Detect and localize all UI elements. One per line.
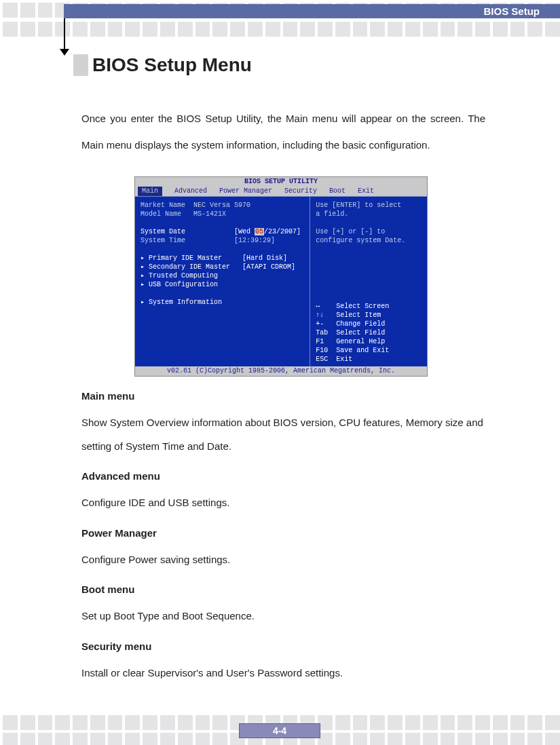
- bios-time-label: System Time: [141, 237, 185, 244]
- bios-nav-0: ↔ Select Screen: [316, 302, 423, 311]
- bios-tab-bar: Main Advanced Power Manager Security Boo…: [135, 187, 427, 196]
- bios-date-pre: [Wed: [234, 228, 255, 235]
- bios-left-pane: Market Name NEC Versa S970 Model Name MS…: [135, 197, 310, 366]
- bios-item-1-label: Secondary IDE Master: [149, 263, 230, 271]
- bios-sysinfo: System Information: [149, 299, 222, 306]
- bios-tab-power: Power Manager: [219, 187, 272, 196]
- bios-help1: Use [ENTER] to select: [316, 201, 422, 210]
- bios-model-label: Model Name: [141, 210, 181, 218]
- bios-tab-exit: Exit: [358, 187, 374, 196]
- section-1-desc: Configure IDE and USB settings.: [81, 491, 485, 515]
- menu-sections: Main menu Show System Overview informati…: [81, 390, 485, 685]
- bios-item-0-value: [Hard Disk]: [242, 254, 287, 262]
- bios-market-value: NEC Versa S970: [193, 202, 250, 209]
- page-heading: BIOS Setup Menu: [92, 54, 252, 76]
- bios-model-value: MS-1421X: [193, 210, 226, 218]
- bios-body: Market Name NEC Versa S970 Model Name MS…: [135, 196, 427, 366]
- bios-tab-advanced: Advanced: [174, 187, 207, 196]
- bios-date-label: System Date: [141, 228, 185, 235]
- section-0-title: Main menu: [81, 390, 485, 402]
- bios-item-0-label: Primary IDE Master: [149, 254, 222, 262]
- bios-nav-help: ↔ Select Screen ↑↓ Select Item +- Change…: [316, 302, 423, 364]
- bios-item-3-label: USB Configuration: [149, 281, 218, 288]
- bios-nav-2: +- Change Field: [316, 320, 423, 328]
- section-4-title: Security menu: [81, 641, 485, 652]
- heading-block: BIOS Setup Menu: [73, 54, 252, 76]
- bios-nav-4: F1 General Help: [316, 337, 423, 346]
- page-number-badge: 4-4: [239, 723, 320, 738]
- header-title: BIOS Setup: [483, 5, 540, 17]
- arrow-down-icon: [60, 49, 69, 56]
- section-0-desc: Show System Overview information about B…: [81, 411, 485, 458]
- bios-help3: Use [+] or [-] to: [316, 227, 422, 236]
- bios-title-bar: BIOS SETUP UTILITY: [135, 177, 427, 187]
- bios-tab-main: Main: [138, 187, 162, 196]
- bios-screenshot: BIOS SETUP UTILITY Main Advanced Power M…: [134, 176, 428, 377]
- section-4-desc: Install or clear Supervisor's and User's…: [81, 662, 485, 685]
- section-2-title: Power Manager: [81, 527, 485, 539]
- bios-date-hl: 05: [255, 228, 264, 235]
- bios-nav-5: F10 Save and Exit: [316, 346, 423, 355]
- section-2-desc: Configure Power saving settings.: [81, 548, 485, 572]
- bios-tab-boot: Boot: [329, 187, 346, 196]
- bios-tab-security: Security: [284, 187, 317, 196]
- bios-right-pane: Use [ENTER] to select a field. Use [+] o…: [310, 197, 427, 366]
- arrow-line: [64, 18, 65, 51]
- bios-help4: configure system Date.: [316, 236, 422, 245]
- intro-paragraph: Once you enter the BIOS Setup Utility, t…: [81, 105, 485, 158]
- bios-help2: a field.: [316, 210, 422, 218]
- header-bar: BIOS Setup: [64, 4, 560, 18]
- bios-item-2-label: Trusted Computing: [149, 272, 218, 280]
- bios-date-post: /23/2007]: [264, 228, 301, 235]
- bios-nav-3: Tab Select Field: [316, 328, 423, 337]
- section-3-title: Boot menu: [81, 584, 485, 595]
- bios-nav-6: ESC Exit: [316, 355, 423, 364]
- bios-nav-1: ↑↓ Select Item: [316, 311, 423, 320]
- section-1-title: Advanced menu: [81, 470, 485, 482]
- section-3-desc: Set up Boot Type and Boot Sequence.: [81, 605, 485, 628]
- heading-bullet-icon: [73, 54, 88, 76]
- bios-item-1-value: [ATAPI CDROM]: [242, 263, 295, 271]
- bios-footer: v02.61 (C)Copyright 1985-2006, American …: [135, 366, 427, 376]
- bios-time-value: [12:39:29]: [234, 237, 275, 244]
- bios-market-label: Market Name: [141, 202, 185, 209]
